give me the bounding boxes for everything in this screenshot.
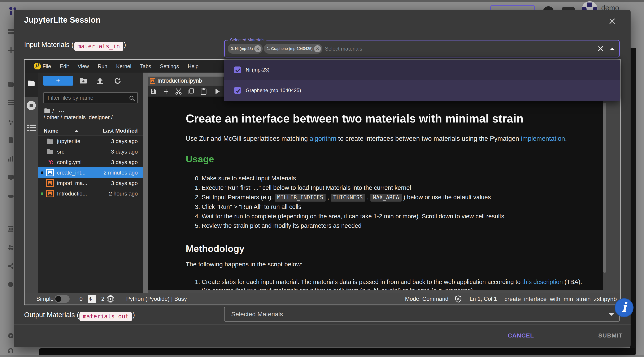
bg-bottom-strip xyxy=(0,355,644,357)
implementation-link[interactable]: implementation xyxy=(521,135,565,142)
menu-edit[interactable]: Edit xyxy=(55,60,73,73)
column-modified[interactable]: Last Modified xyxy=(102,128,138,134)
selected-materials-input[interactable]: 0: Ni (mp-23) ✕ 1: Graphene (mp-1040425)… xyxy=(224,40,620,58)
material-chip[interactable]: 0: Ni (mp-23) ✕ xyxy=(228,44,263,54)
algorithm-link[interactable]: algorithm xyxy=(310,135,336,142)
plus-icon: + xyxy=(56,77,60,85)
menu-settings[interactable]: Settings xyxy=(156,60,183,73)
simple-mode-toggle[interactable] xyxy=(54,295,70,303)
run-cell-icon[interactable] xyxy=(214,88,220,95)
clear-selection-icon[interactable] xyxy=(598,46,604,52)
footer-divider xyxy=(14,324,630,325)
submit-button[interactable]: SUBMIT xyxy=(598,332,622,339)
info-button[interactable]: i xyxy=(615,298,634,317)
materials-dropdown-menu: Ni (mp-23) Graphene (mp-1040425) xyxy=(224,60,620,101)
usage-item-1: Execute "Run first: ..." cell below to l… xyxy=(202,183,603,193)
kernel-status[interactable]: Python (Pyodide) | Busy xyxy=(126,296,187,302)
menu-help[interactable]: Help xyxy=(183,60,203,73)
file-row-src[interactable]: src3 days ago xyxy=(38,146,143,157)
file-row-introduction[interactable]: Introductio...2 hours ago xyxy=(38,188,143,199)
chip-label: 1: Graphene (mp-1040425) xyxy=(267,47,312,51)
activity-tab-filebrowser[interactable] xyxy=(24,73,38,97)
menu-kernel[interactable]: Kernel xyxy=(112,60,136,73)
file-name: config.yml xyxy=(57,157,82,167)
menu-file[interactable]: File xyxy=(38,60,55,73)
file-modified: 3 days ago xyxy=(111,178,138,188)
refresh-icon[interactable] xyxy=(114,77,122,85)
copy-cells-icon[interactable] xyxy=(188,88,194,95)
jupyter-filebrowser: + Filter files by name / ... / other / m… xyxy=(38,73,143,293)
option-label: Graphene (mp-1040425) xyxy=(246,80,301,101)
sidebar-add-icon xyxy=(8,47,14,53)
notebook-tab[interactable]: Introduction.ipynb xyxy=(148,77,223,86)
collapse-dropdown-icon[interactable] xyxy=(610,48,615,50)
notebook-scrollbar-thumb[interactable] xyxy=(603,103,606,273)
add-cell-icon[interactable] xyxy=(163,88,169,95)
cut-cells-icon[interactable] xyxy=(175,88,182,95)
terminal-icon[interactable]: $_ xyxy=(88,295,96,303)
jupyterlite-session-dialog: JupyterLite Session Input Materials (mat… xyxy=(14,10,630,347)
save-icon[interactable] xyxy=(150,88,156,95)
usage-item-5: Review the strain plot and modify its pa… xyxy=(202,221,603,230)
checkbox-checked-icon[interactable] xyxy=(234,87,241,94)
methodology-item-1: Create slabs for each input material. Th… xyxy=(202,278,603,290)
home-folder-icon[interactable] xyxy=(44,108,50,113)
sidebar-atoms-icon xyxy=(8,120,14,125)
sidebar-users-icon xyxy=(8,245,14,250)
file-row-import-material[interactable]: import_ma...3 days ago xyxy=(38,178,143,188)
paste-cells-icon[interactable] xyxy=(200,88,207,95)
upload-icon[interactable] xyxy=(96,77,104,85)
dropdown-option-graphene[interactable]: Graphene (mp-1040425) xyxy=(224,80,620,101)
folder-icon xyxy=(46,138,54,144)
expand-dropdown-icon xyxy=(608,313,614,316)
cancel-button[interactable]: CANCEL xyxy=(508,332,534,339)
breadcrumb-ellipsis[interactable]: ... xyxy=(59,106,65,113)
chip-delete-icon[interactable]: ✕ xyxy=(314,45,321,52)
column-name[interactable]: Name xyxy=(44,128,58,134)
table-of-contents-icon[interactable] xyxy=(26,124,36,132)
sidebar-list-icon xyxy=(8,100,14,105)
usage-heading: Usage xyxy=(186,154,214,165)
file-row-config[interactable]: Y: config.yml3 days ago xyxy=(38,157,143,167)
menu-tabs[interactable]: Tabs xyxy=(136,60,156,73)
trust-shield-icon[interactable] xyxy=(455,295,462,302)
menu-view[interactable]: View xyxy=(73,60,93,73)
output-materials-select[interactable]: Selected Materials xyxy=(224,307,620,321)
dialog-close-icon[interactable] xyxy=(609,18,616,25)
material-chip[interactable]: 1: Graphene (mp-1040425) ✕ xyxy=(264,44,322,54)
description-link[interactable]: this description xyxy=(522,278,563,285)
jupyter-notebook-panel: Introduction.ipynb Create an interface b… xyxy=(148,73,620,293)
cursor-position[interactable]: Ln 1, Col 1 xyxy=(470,296,497,302)
usage-list: Make sure to select Input Materials Exec… xyxy=(186,174,603,230)
chip-delete-icon[interactable]: ✕ xyxy=(254,45,261,52)
checkbox-checked-icon[interactable] xyxy=(234,67,241,73)
sort-ascending-icon[interactable] xyxy=(74,130,78,132)
new-folder-icon[interactable] xyxy=(79,77,87,84)
title-divider xyxy=(14,33,630,33)
autocomplete-placeholder[interactable]: Select materials xyxy=(325,41,362,57)
file-modified: 3 days ago xyxy=(111,136,138,146)
simple-mode-label: Simple xyxy=(36,296,54,302)
menu-run[interactable]: Run xyxy=(93,60,112,73)
methodology-heading: Methodology xyxy=(186,243,244,254)
command-mode[interactable]: Mode: Command xyxy=(405,296,448,302)
breadcrumb-path[interactable]: / other / materials_designer / xyxy=(44,114,113,121)
kernel-icon[interactable] xyxy=(106,295,114,303)
panel-splitter[interactable] xyxy=(143,73,148,293)
terminal-glyph: $_ xyxy=(89,296,95,301)
thickness-code: THICKNESS xyxy=(331,194,366,202)
folder-icon xyxy=(28,80,35,86)
filter-files-input[interactable]: Filter files by name xyxy=(44,92,138,103)
new-launcher-button[interactable]: + xyxy=(43,76,73,86)
file-list: jupyterlite3 days ago src3 days ago Y: c… xyxy=(38,136,143,293)
sidebar-globe-icon xyxy=(8,282,14,287)
column-divider[interactable] xyxy=(86,126,86,136)
sidebar-folder-icon xyxy=(8,82,14,87)
file-row-jupyterlite[interactable]: jupyterlite3 days ago xyxy=(38,136,143,146)
dropdown-option-ni[interactable]: Ni (mp-23) xyxy=(224,60,620,80)
file-modified: 3 days ago xyxy=(111,146,138,157)
sidebar-headset-icon xyxy=(8,347,14,353)
file-row-create-interface[interactable]: create_int...2 minutes ago xyxy=(38,167,143,178)
usage-item-2: Set Input Parameters (e.g. MILLER_INDICE… xyxy=(202,193,603,202)
running-sessions-icon[interactable] xyxy=(26,101,36,110)
